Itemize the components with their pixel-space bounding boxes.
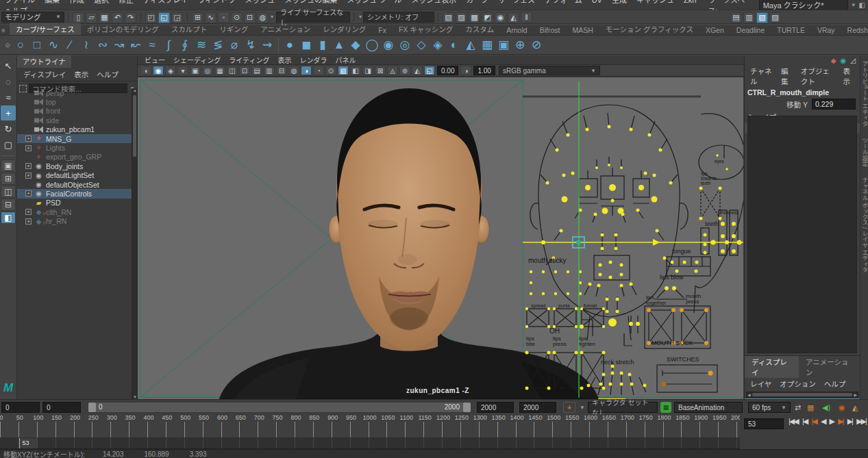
step-forward-frame-button[interactable]: ▶|	[847, 417, 853, 426]
expand-icon[interactable]: +	[25, 173, 32, 179]
two-pane-stacked-layout-button[interactable]: ⊟	[1, 199, 16, 211]
outliner-item-defaultObjectSet[interactable]: ◉defaultObjectSet	[17, 180, 132, 189]
film-gate-icon[interactable]: ◫	[227, 66, 238, 75]
set-key-icon[interactable]: +	[563, 402, 575, 413]
nurbs-torus-icon[interactable]: ◯	[364, 37, 380, 53]
play-backwards-button[interactable]: ◀	[820, 417, 826, 426]
pan-zoom-icon[interactable]: ◎	[202, 66, 213, 75]
outliner-item-persp[interactable]: persp	[17, 88, 132, 97]
outliner-tab[interactable]: アウトライナ	[17, 55, 71, 68]
layer-menu-0[interactable]: レイヤ	[746, 379, 776, 389]
camera-attributes-icon[interactable]: ◉	[153, 66, 164, 75]
shelf-tab-13[interactable]: XGen	[699, 25, 730, 35]
outliner-item-front[interactable]: front	[17, 107, 132, 116]
render-icon[interactable]: ▧	[443, 12, 454, 23]
nurbs-plane-icon[interactable]: ◆	[347, 37, 364, 53]
light-editor-icon[interactable]: ◉	[495, 12, 506, 23]
stitch-icon[interactable]: ⊕	[512, 37, 528, 53]
outliner-menu-0[interactable]: ディスプレイ	[20, 69, 69, 79]
shaded-icon[interactable]: ◑	[301, 66, 312, 75]
snap-projected-center-icon[interactable]: ⊙	[231, 12, 243, 23]
extend-curve-icon[interactable]: ≋	[193, 37, 210, 53]
expand-icon[interactable]: +	[25, 218, 32, 225]
sculpt-surface-icon[interactable]: ⊘	[528, 37, 545, 53]
chevron-down-icon[interactable]: ▼	[580, 402, 585, 413]
anti-aliasing-icon[interactable]: ⊚	[399, 66, 410, 75]
viewport-menu-5[interactable]: パネル	[332, 55, 360, 65]
bevel-plus-icon[interactable]: ▣	[495, 37, 512, 53]
range-end-handle[interactable]	[463, 403, 471, 412]
image-plane-icon[interactable]: ▣	[190, 66, 201, 75]
save-scene-icon[interactable]: ▦	[99, 12, 110, 23]
wireframe-on-shaded-icon[interactable]: ◔	[313, 66, 324, 75]
channel-box-menu-1[interactable]: 編集	[777, 66, 797, 86]
camera-lock-icon[interactable]: ◈	[165, 66, 176, 75]
outliner-item-FacialControls[interactable]: +◉FacialControls	[17, 189, 132, 198]
outliner-menu-1[interactable]: 表示	[71, 69, 92, 79]
menu-set-dropdown[interactable]: モデリング▼	[1, 12, 64, 23]
playback-start-field[interactable]: 0	[42, 402, 81, 413]
attach-curve-icon[interactable]: ↜	[127, 37, 144, 53]
select-component-icon[interactable]: ◲	[171, 12, 183, 23]
playblast-icon[interactable]: ▦	[807, 402, 814, 413]
nurbs-cone-icon[interactable]: ▲	[331, 37, 347, 53]
textured-icon[interactable]: ▧	[338, 66, 349, 75]
menu-6[interactable]: ウィンドウ	[193, 0, 240, 4]
paint-effects-icon[interactable]: ◭	[508, 12, 519, 23]
arnold-icon[interactable]: ◉	[841, 57, 847, 64]
planar-icon[interactable]: ◭	[462, 37, 479, 53]
toggle-attribute-editor-icon[interactable]: ▨	[769, 12, 781, 23]
fillet-curve-icon[interactable]: ⇝	[259, 37, 275, 53]
sidebar-vtab-1[interactable]: ツール設定	[860, 132, 868, 173]
two-pane-side-layout-button[interactable]: ◫	[1, 186, 16, 198]
single-pane-layout-button[interactable]: ▣	[1, 160, 16, 172]
layer-editor-tab-0[interactable]: ディスプレイ	[745, 356, 799, 378]
snap-point-icon[interactable]: ◦	[218, 12, 230, 23]
viewport-menu-3[interactable]: 表示	[274, 55, 296, 65]
undo-icon[interactable]: ↶	[112, 12, 123, 23]
outliner-item-top[interactable]: top	[17, 97, 132, 106]
shelf-tab-17[interactable]: Redshift	[841, 25, 868, 35]
new-scene-icon[interactable]: ▯	[73, 12, 84, 23]
wireframe-icon[interactable]: ◍	[288, 66, 299, 75]
symmetry-field[interactable]: シンメトリ: オフ	[363, 12, 434, 23]
menu-7[interactable]: メッシュ	[240, 0, 280, 4]
shelf-tab-15[interactable]: TURTLE	[771, 25, 811, 35]
shelf-tab-4[interactable]: アニメーション	[254, 23, 317, 35]
menu-16[interactable]: キャッシュ	[632, 0, 679, 4]
outliner-scrollbar[interactable]: ▲▼	[132, 88, 137, 399]
motion-blur-icon[interactable]: ◬	[387, 66, 398, 75]
go-to-start-button[interactable]: |◀◀	[788, 417, 799, 426]
anim-layer-field[interactable]: BaseAnimation	[674, 402, 743, 413]
reverse-curve-icon[interactable]: ↯	[243, 37, 259, 53]
outliner-item-clth_RN[interactable]: +◆clth_RN	[17, 207, 132, 216]
offset-curve-icon[interactable]: ≶	[210, 37, 226, 53]
detach-curve-icon[interactable]: ≈	[144, 37, 160, 53]
safe-action-icon[interactable]: ⊟	[276, 66, 287, 75]
viewport-menu-4[interactable]: レンダラ	[296, 55, 332, 65]
attribute-label[interactable]: 移動 Y	[786, 99, 808, 110]
chevron-down-icon[interactable]: ▼	[851, 2, 856, 8]
insert-knot-icon[interactable]: ∮	[177, 37, 193, 53]
isolate-select-icon[interactable]: ◭	[412, 66, 423, 75]
menu-10[interactable]: メッシュ表示	[406, 0, 461, 4]
exposure-field[interactable]: 0.00	[437, 66, 458, 75]
birail-icon[interactable]: ◇	[413, 37, 430, 53]
playback-end-field[interactable]: 2000	[477, 402, 514, 413]
snap-grid-icon[interactable]: ⊞	[192, 12, 203, 23]
outliner-persp-layout-button[interactable]: ◧	[1, 212, 16, 224]
sidebar-vtab-2[interactable]: チャネル ボックス / レイヤ エディタ	[860, 172, 868, 278]
character-set-field[interactable]: キャラクタ セットなし	[588, 402, 658, 413]
channel-box-menu-3[interactable]: 表示	[839, 66, 858, 86]
nurbs-circle-icon[interactable]: ○	[12, 37, 29, 53]
shelf-gear-icon[interactable]: ⊙	[3, 42, 12, 49]
pencil-curve-icon[interactable]: ∕	[62, 37, 78, 53]
menu-1[interactable]: 編集	[40, 0, 64, 4]
viewport-menu-0[interactable]: ビュー	[140, 55, 169, 65]
lighting-icon[interactable]: ◧	[350, 66, 361, 75]
rebuild-curve-icon[interactable]: ⌀	[226, 37, 243, 53]
layer-list-scrollbar[interactable]: ◀▶	[746, 392, 858, 398]
shelf-tab-10[interactable]: Bifrost	[534, 25, 567, 35]
resolution-gate-icon[interactable]: ⊡	[239, 66, 250, 75]
boundary-icon[interactable]: ◐	[446, 37, 462, 53]
